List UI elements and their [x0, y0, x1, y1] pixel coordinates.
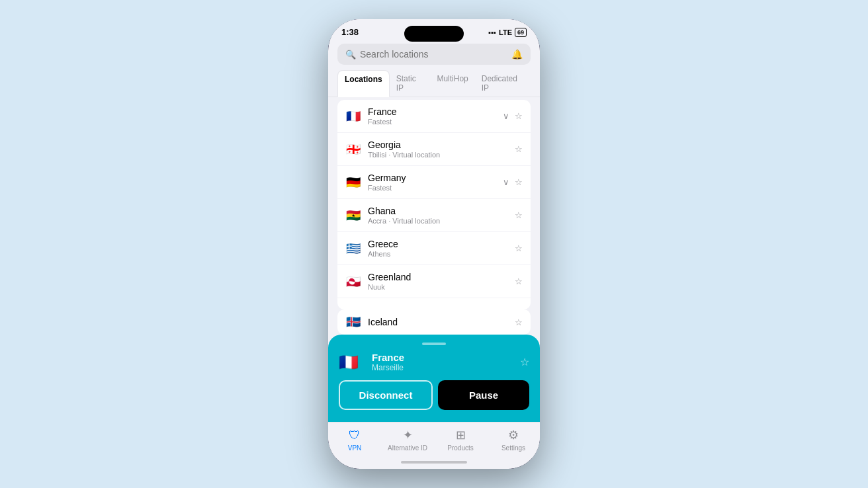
location-list: 🇫🇷 France Fastest ∨ ☆ 🇬🇪 Georgia Tbilisi…	[337, 100, 531, 309]
tab-multihop[interactable]: MultiHop	[430, 70, 474, 97]
card-location-info: France Marseille	[372, 352, 520, 372]
alt-id-icon: ✦	[403, 428, 413, 442]
search-input[interactable]	[360, 49, 523, 60]
location-actions: ☆	[515, 210, 523, 220]
tab-locations[interactable]: Locations	[337, 70, 390, 97]
tab-bar-item-products[interactable]: ⊞ Products	[434, 428, 487, 452]
location-name: France	[368, 106, 503, 117]
phone-frame: 1:38 ▪▪▪ LTE 69 🔍 🔔 Locations Static IP …	[328, 19, 540, 469]
location-info-greece: Greece Athens	[368, 239, 515, 258]
tab-bar-item-vpn[interactable]: 🛡 VPN	[328, 428, 381, 452]
star-icon[interactable]: ☆	[515, 111, 523, 121]
list-item[interactable]: 🇬🇪 Georgia Tbilisi · Virtual location ☆	[337, 133, 531, 166]
location-sub: Nuuk	[368, 283, 515, 291]
location-actions: ☆	[515, 144, 523, 154]
flag-greenland: 🇬🇱	[345, 276, 361, 288]
location-name: Georgia	[368, 140, 515, 150]
alt-id-label: Alternative ID	[388, 444, 427, 452]
location-name: Ghana	[368, 206, 515, 216]
status-time: 1:38	[341, 27, 359, 37]
tab-static[interactable]: Static IP	[390, 70, 431, 97]
tab-dedicated[interactable]: Dedicated IP	[475, 70, 531, 97]
home-indicator	[401, 461, 467, 464]
star-icon[interactable]: ☆	[515, 276, 523, 286]
iceland-peek: 🇮🇸 Iceland ☆	[337, 309, 531, 335]
drag-handle[interactable]	[422, 343, 446, 345]
signal-icon: ▪▪▪	[488, 28, 496, 36]
location-info-georgia: Georgia Tbilisi · Virtual location	[368, 140, 515, 159]
bottom-card: 🇫🇷 France Marseille ☆ Disconnect Pause	[328, 335, 540, 422]
settings-icon: ⚙	[508, 428, 519, 442]
disconnect-button[interactable]: Disconnect	[339, 380, 433, 410]
list-item[interactable]: 🇬🇱 Greenland Nuuk ☆	[337, 265, 531, 298]
location-sub: Fastest	[368, 118, 503, 126]
phone-screen: 1:38 ▪▪▪ LTE 69 🔍 🔔 Locations Static IP …	[328, 19, 540, 469]
flag-iceland: 🇮🇸	[345, 316, 361, 328]
card-flag: 🇫🇷	[339, 355, 359, 370]
tabs-bar: Locations Static IP MultiHop Dedicated I…	[328, 70, 540, 97]
location-info-france: France Fastest	[368, 106, 503, 126]
location-actions: ☆	[515, 276, 523, 286]
card-buttons: Disconnect Pause	[339, 380, 529, 410]
location-actions: ∨ ☆	[503, 177, 523, 187]
location-sub: Fastest	[368, 184, 503, 192]
location-info-greenland: Greenland Nuuk	[368, 272, 515, 291]
lte-label: LTE	[499, 28, 512, 36]
flag-greece: 🇬🇷	[345, 243, 361, 255]
location-sub: Tbilisi · Virtual location	[368, 151, 515, 159]
vpn-label: VPN	[348, 444, 362, 452]
battery-icon: 69	[515, 28, 527, 37]
location-sub: Athens	[368, 250, 515, 258]
expand-icon[interactable]: ∨	[503, 177, 509, 187]
location-name: Iceland	[368, 317, 515, 327]
dynamic-island	[404, 26, 464, 42]
star-icon[interactable]: ☆	[515, 177, 523, 187]
location-info-germany: Germany Fastest	[368, 173, 503, 192]
status-icons: ▪▪▪ LTE 69	[488, 28, 527, 37]
star-icon[interactable]: ☆	[515, 144, 523, 154]
location-actions: ∨ ☆	[503, 111, 523, 121]
card-city: Marseille	[372, 363, 520, 372]
location-info-ghana: Ghana Accra · Virtual location	[368, 206, 515, 225]
location-name: Germany	[368, 173, 503, 183]
tab-bar-item-settings[interactable]: ⚙ Settings	[487, 428, 540, 452]
flag-georgia: 🇬🇪	[345, 143, 361, 155]
products-label: Products	[447, 444, 473, 452]
card-location: 🇫🇷 France Marseille ☆	[339, 352, 529, 372]
flag-france: 🇫🇷	[345, 110, 361, 122]
card-star-icon[interactable]: ☆	[520, 356, 529, 368]
bell-icon[interactable]: 🔔	[511, 49, 523, 60]
tab-bar: 🛡 VPN ✦ Alternative ID ⊞ Products ⚙ Sett…	[328, 422, 540, 458]
pause-button[interactable]: Pause	[438, 380, 529, 410]
products-icon: ⊞	[456, 428, 466, 442]
search-bar[interactable]: 🔍 🔔	[337, 44, 531, 65]
location-name: Greece	[368, 239, 515, 249]
star-icon[interactable]: ☆	[515, 243, 523, 253]
expand-icon[interactable]: ∨	[503, 111, 509, 121]
list-item[interactable]: 🇫🇷 France Fastest ∨ ☆	[337, 100, 531, 133]
star-icon[interactable]: ☆	[515, 317, 523, 327]
list-item[interactable]: 🇩🇪 Germany Fastest ∨ ☆	[337, 166, 531, 199]
flag-ghana: 🇬🇭	[345, 210, 361, 222]
tab-bar-item-alt-id[interactable]: ✦ Alternative ID	[381, 428, 434, 452]
location-info-iceland: Iceland	[368, 317, 515, 327]
star-icon[interactable]: ☆	[515, 210, 523, 220]
flag-germany: 🇩🇪	[345, 177, 361, 188]
search-icon: 🔍	[345, 50, 356, 60]
list-item[interactable]: 🇬🇭 Ghana Accra · Virtual location ☆	[337, 199, 531, 232]
vpn-icon: 🛡	[349, 428, 361, 442]
card-country: France	[372, 352, 520, 363]
settings-label: Settings	[501, 444, 525, 452]
list-item[interactable]: 🇬🇷 Greece Athens ☆	[337, 232, 531, 265]
location-actions: ☆	[515, 243, 523, 253]
location-name: Greenland	[368, 272, 515, 282]
location-sub: Accra · Virtual location	[368, 217, 515, 225]
